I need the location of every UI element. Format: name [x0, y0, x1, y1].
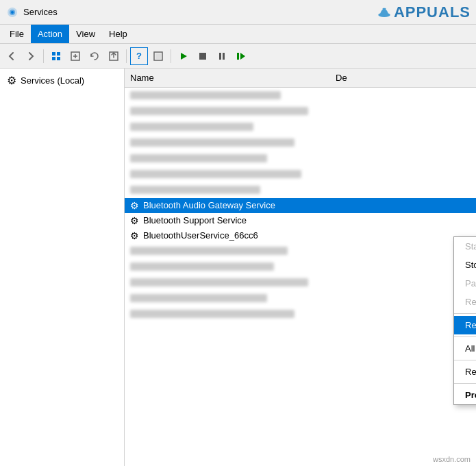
svg-rect-17	[237, 53, 239, 60]
ctx-sep-2	[454, 336, 476, 337]
menu-help[interactable]: Help	[102, 25, 134, 43]
blurred-row-5	[125, 151, 476, 166]
blurred-content-3	[130, 123, 253, 131]
menu-view[interactable]: View	[69, 25, 102, 43]
ctx-restart[interactable]: Restart	[454, 316, 476, 334]
service-icon-bluetooth-audio: ⚙	[130, 200, 139, 211]
view-toggle-button[interactable]	[47, 47, 65, 65]
left-panel-header: ⚙ Services (Local)	[3, 71, 121, 90]
blurred-content-a1	[130, 247, 288, 255]
blurred-row-a5	[125, 306, 476, 321]
right-panel: Name De	[125, 69, 476, 466]
service-row-bluetooth-audio[interactable]: ⚙ Bluetooth Audio Gateway Service	[125, 198, 476, 213]
services-gear-icon: ⚙	[7, 74, 16, 87]
svg-rect-12	[155, 53, 161, 59]
ctx-sep-3	[454, 360, 476, 360]
main-content: ⚙ Services (Local) Name De	[0, 69, 476, 466]
blurred-row-a1	[125, 243, 476, 258]
blurred-content-a4	[130, 294, 267, 302]
ctx-sep-4	[454, 383, 476, 384]
context-menu: Start Stop Pause Resume Restart All Task…	[453, 236, 476, 405]
blurred-content-4	[130, 138, 295, 147]
ctx-properties[interactable]: Properties	[454, 386, 476, 404]
toolbar-sep-3	[171, 49, 171, 63]
appuals-text: APPUALS	[394, 3, 471, 21]
svg-rect-14	[199, 53, 206, 60]
menu-action[interactable]: Action	[31, 25, 69, 43]
ctx-start[interactable]: Start	[454, 237, 476, 256]
svg-rect-6	[57, 52, 60, 56]
blurred-content-5	[130, 154, 267, 162]
blurred-content-a2	[130, 262, 274, 271]
ctx-pause[interactable]: Pause	[454, 274, 476, 293]
blurred-row-4	[125, 135, 476, 150]
table-header: Name De	[125, 69, 476, 88]
svg-rect-8	[57, 57, 60, 60]
service-list-after	[125, 243, 476, 322]
svg-point-2	[11, 11, 14, 14]
svg-rect-5	[52, 52, 55, 56]
appuals-logo: APPUALS	[377, 3, 471, 21]
toolbar: ?	[0, 44, 476, 69]
service-icon-bluetooth-support: ⚙	[130, 215, 139, 226]
menu-file[interactable]: File	[3, 25, 31, 43]
toolbar-sep-2	[126, 49, 127, 63]
title-bar-text: Services	[23, 7, 58, 17]
forward-button[interactable]	[22, 47, 40, 65]
export-button[interactable]	[105, 47, 123, 65]
ctx-sep-1	[454, 313, 476, 314]
name-column-header: Name	[130, 73, 336, 83]
service-name-bluetooth-user: BluetoothUserService_66cc6	[143, 230, 258, 241]
svg-rect-4	[382, 8, 386, 10]
new-button[interactable]	[66, 47, 84, 65]
blurred-content-7	[130, 186, 260, 194]
app-icon	[5, 5, 19, 19]
left-panel-title: Services (Local)	[21, 75, 84, 86]
ctx-refresh[interactable]: Refresh	[454, 363, 476, 381]
service-name-bluetooth-audio: Bluetooth Audio Gateway Service	[143, 200, 275, 210]
refresh-button[interactable]	[86, 47, 103, 65]
blurred-row-1	[125, 88, 476, 103]
ctx-all-tasks[interactable]: All Tasks ›	[454, 339, 476, 358]
blurred-content-2	[130, 107, 308, 115]
blurred-row-7	[125, 182, 476, 197]
svg-rect-16	[223, 53, 225, 60]
properties-button[interactable]	[149, 47, 167, 65]
resume-service-button[interactable]	[232, 47, 250, 65]
service-row-bluetooth-support[interactable]: ⚙ Bluetooth Support Service	[125, 213, 476, 228]
watermark: wsxdn.com	[433, 455, 471, 463]
blurred-content-1	[130, 91, 281, 99]
left-panel: ⚙ Services (Local)	[0, 69, 125, 466]
ctx-stop[interactable]: Stop	[454, 256, 476, 274]
ctx-resume[interactable]: Resume	[454, 293, 476, 311]
blurred-row-a3	[125, 275, 476, 290]
blurred-row-2	[125, 103, 476, 119]
blurred-row-a4	[125, 291, 476, 306]
help-button[interactable]: ?	[130, 47, 148, 65]
menu-bar: File Action View Help	[0, 25, 476, 44]
service-list-before	[125, 88, 476, 198]
blurred-content-6	[130, 170, 301, 178]
blurred-row-a2	[125, 259, 476, 274]
blurred-row-6	[125, 167, 476, 182]
start-service-button[interactable]	[175, 47, 192, 65]
toolbar-sep-1	[43, 49, 44, 63]
blurred-row-3	[125, 119, 476, 134]
blurred-content-a5	[130, 310, 295, 318]
service-icon-bluetooth-user: ⚙	[130, 230, 139, 241]
svg-marker-13	[181, 53, 187, 60]
service-name-bluetooth-support: Bluetooth Support Service	[143, 215, 247, 225]
blurred-content-a3	[130, 278, 308, 286]
svg-rect-7	[52, 57, 55, 60]
title-bar: Services APPUALS	[0, 0, 476, 25]
stop-service-button[interactable]	[194, 47, 212, 65]
svg-marker-18	[240, 53, 245, 60]
desc-column-header: De	[336, 73, 471, 83]
service-row-bluetooth-user[interactable]: ⚙ BluetoothUserService_66cc6	[125, 228, 476, 243]
back-button[interactable]	[3, 47, 21, 65]
svg-rect-15	[219, 53, 221, 60]
pause-service-button[interactable]	[213, 47, 231, 65]
